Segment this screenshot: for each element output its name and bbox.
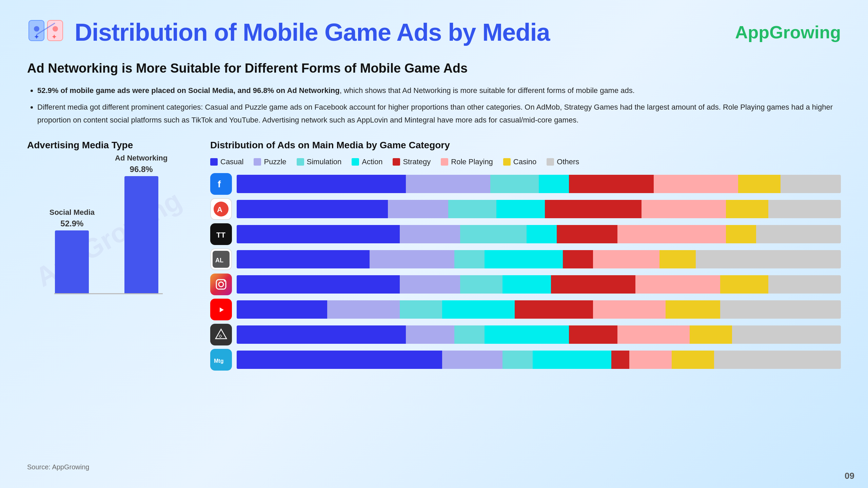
seg-tiktok-puzzle: [400, 225, 460, 243]
row-admob: A: [210, 198, 841, 220]
ad-networking-bar: [124, 176, 158, 293]
seg-instagram-puzzle: [400, 275, 460, 294]
charts-row: Advertising Media Type AppGrowing Social…: [27, 140, 841, 371]
legend-dot-casino: [503, 158, 511, 166]
legend-label-action: Action: [362, 157, 382, 166]
seg-unity-action: [485, 325, 569, 344]
icon-tiktok: TT: [210, 223, 232, 245]
bar-youtube: [237, 300, 841, 319]
seg-tiktok-strategy: [557, 225, 617, 243]
seg-tiktok-casual: [237, 225, 400, 243]
icon-mintegral: Mtg: [210, 349, 232, 371]
logo-g: G: [769, 22, 783, 42]
legend-label-others: Others: [557, 157, 579, 166]
seg-admob-others: [768, 200, 841, 218]
svg-text:f: f: [218, 179, 221, 189]
appgrowing-logo: AppGrowing: [735, 22, 841, 42]
bar-mintegral: [237, 351, 841, 369]
bar-applovin: [237, 250, 841, 268]
seg-mintegral-casual: [237, 351, 442, 369]
seg-applovin-others: [696, 250, 841, 268]
svg-text:TT: TT: [216, 231, 225, 239]
legend-dot-roleplaying: [441, 158, 448, 166]
row-applovin: AL: [210, 248, 841, 270]
seg-facebook-casual: [237, 175, 406, 193]
x-axis: [54, 293, 163, 294]
seg-instagram-casual: [237, 275, 400, 294]
legend: Casual Puzzle Simulation Action Strategy: [210, 157, 841, 166]
seg-admob-roleplaying: [642, 200, 726, 218]
right-chart-title: Distribution of Ads on Main Media by Gam…: [210, 140, 841, 151]
social-media-pct: 52.9%: [60, 219, 83, 228]
seg-instagram-others: [768, 275, 841, 294]
legend-action: Action: [352, 157, 382, 166]
svg-point-2: [34, 26, 39, 32]
seg-mintegral-action: [533, 351, 611, 369]
legend-dot-simulation: [297, 158, 304, 166]
page-number: 09: [845, 471, 854, 481]
ad-networking-pct: 96.8%: [130, 165, 153, 174]
seg-applovin-action: [485, 250, 563, 268]
seg-mintegral-puzzle: [442, 351, 502, 369]
seg-applovin-puzzle: [370, 250, 454, 268]
icon-instagram: [210, 274, 232, 295]
bullet-1-rest: , which shows that Ad Networking is more…: [340, 86, 635, 95]
legend-dot-others: [547, 158, 554, 166]
seg-mintegral-roleplaying: [629, 351, 672, 369]
seg-admob-simulation: [448, 200, 497, 218]
social-media-bar-group: Social Media 52.9%: [50, 164, 95, 293]
seg-tiktok-casino: [726, 225, 756, 243]
legend-label-casino: Casino: [513, 157, 536, 166]
bar-tiktok: [237, 225, 841, 243]
svg-text:✦: ✦: [34, 34, 39, 40]
row-tiktok: TT: [210, 223, 841, 245]
seg-admob-action: [496, 200, 545, 218]
seg-instagram-action: [502, 275, 551, 294]
legend-others: Others: [547, 157, 579, 166]
bullet-1: 52.9% of mobile game ads were placed on …: [37, 84, 841, 97]
bullet-2-text: Different media got different prominent …: [37, 103, 833, 124]
legend-casual: Casual: [210, 157, 243, 166]
bullet-1-bold: 52.9% of mobile game ads were placed on …: [37, 86, 340, 95]
seg-facebook-puzzle: [406, 175, 490, 193]
icon-admob: A: [210, 198, 232, 220]
legend-label-simulation: Simulation: [307, 157, 342, 166]
legend-label-puzzle: Puzzle: [264, 157, 286, 166]
seg-tiktok-simulation: [460, 225, 527, 243]
logo-icon: ✦ ✦: [27, 14, 64, 51]
seg-admob-casual: [237, 200, 388, 218]
svg-text:Mtg: Mtg: [214, 358, 223, 364]
seg-mintegral-strategy: [611, 351, 629, 369]
section-title: Ad Networking is More Suitable for Diffe…: [27, 61, 841, 76]
seg-instagram-simulation: [460, 275, 502, 294]
bar-unity: [237, 325, 841, 344]
page-title: Distribution of Mobile Game Ads by Media: [75, 18, 550, 46]
seg-facebook-strategy: [569, 175, 653, 193]
seg-youtube-simulation: [400, 300, 442, 319]
seg-unity-puzzle: [406, 325, 454, 344]
bar-chart-inner: Social Media 52.9% Ad Networking 96.8%: [39, 164, 178, 293]
bar-admob: [237, 200, 841, 218]
seg-applovin-strategy: [563, 250, 593, 268]
seg-unity-roleplaying: [617, 325, 690, 344]
seg-unity-others: [732, 325, 841, 344]
social-media-label: Social Media: [50, 208, 95, 217]
legend-dot-strategy: [393, 158, 400, 166]
seg-facebook-casino: [738, 175, 781, 193]
seg-mintegral-simulation: [502, 351, 533, 369]
seg-facebook-roleplaying: [654, 175, 738, 193]
seg-admob-casino: [726, 200, 768, 218]
seg-mintegral-others: [714, 351, 841, 369]
legend-label-roleplaying: Role Playing: [451, 157, 493, 166]
bar-chart-container: AppGrowing Social Media 52.9% Ad Network: [27, 157, 190, 320]
row-youtube: [210, 299, 841, 320]
seg-applovin-roleplaying: [593, 250, 659, 268]
bar-instagram: [237, 275, 841, 294]
seg-unity-simulation: [454, 325, 485, 344]
left-chart: Advertising Media Type AppGrowing Social…: [27, 140, 190, 320]
seg-youtube-action: [442, 300, 515, 319]
row-facebook: f: [210, 173, 841, 195]
seg-applovin-simulation: [454, 250, 485, 268]
header: ✦ ✦ Distribution of Mobile Game Ads by M…: [27, 14, 841, 51]
seg-admob-puzzle: [388, 200, 448, 218]
